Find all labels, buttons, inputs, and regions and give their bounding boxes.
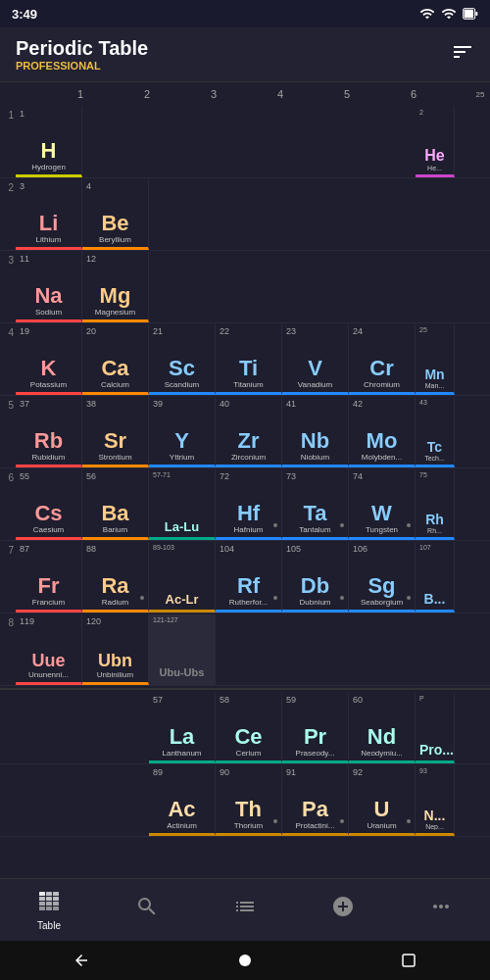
element-Ce[interactable]: 58 Ce Cerium	[216, 693, 282, 763]
element-Li[interactable]: 3 Li Lithium	[16, 179, 82, 250]
element-name: Beryllium	[86, 235, 144, 244]
element-Uue[interactable]: 119 Uue Ununenni...	[16, 614, 82, 685]
element-number: 23	[286, 326, 296, 336]
element-Y[interactable]: 39 Y Yttrium	[149, 397, 216, 467]
element-Ra[interactable]: 88 Ra Radium	[82, 542, 149, 612]
element-symbol: Li	[20, 213, 77, 234]
element-Np[interactable]: 93 N... Nep...	[416, 765, 455, 836]
element-Be[interactable]: 4 Be Beryllium	[82, 179, 149, 250]
svg-point-15	[239, 955, 251, 966]
row-num-5: 5	[0, 396, 16, 411]
element-Sg[interactable]: 106 Sg Seaborgium	[349, 542, 416, 612]
element-symbol: K	[20, 358, 77, 379]
element-symbol: Uue	[20, 652, 77, 669]
element-name: Seaborgium	[353, 598, 411, 607]
element-Sr[interactable]: 38 Sr Strontium	[82, 397, 149, 467]
element-name: Ununenni...	[20, 670, 77, 679]
element-Th[interactable]: 90 Th Thorium	[216, 765, 282, 836]
element-Ac[interactable]: 89 Ac Actinium	[149, 765, 216, 836]
element-name: Actinium	[153, 821, 211, 830]
element-name: Zirconium	[220, 453, 277, 462]
nav-search[interactable]	[123, 891, 171, 929]
element-Cr[interactable]: 24 Cr Chromium	[349, 324, 416, 395]
element-symbol: Sr	[86, 430, 144, 452]
element-name: Sodium	[20, 308, 77, 317]
element-Bh[interactable]: 107 B...	[416, 542, 455, 612]
element-Tc[interactable]: 43 Tc Tech...	[416, 397, 455, 467]
element-name: Man...	[419, 382, 450, 389]
element-K[interactable]: 19 K Potassium	[16, 324, 82, 395]
element-Hf[interactable]: 72 Hf Hafnium	[216, 469, 282, 540]
empty-2-4	[216, 179, 282, 250]
element-H[interactable]: 1 H Hydrogen	[16, 107, 82, 177]
element-Mn[interactable]: 25 Mn Man...	[416, 324, 455, 395]
period-row-4: 4 19 K Potassium 20 Ca Calcium 21 Sc Sca…	[0, 323, 490, 396]
element-number: 89-103	[153, 544, 174, 551]
back-button[interactable]	[70, 949, 93, 972]
element-number: 4	[86, 181, 91, 191]
element-symbol: Sg	[353, 575, 411, 597]
element-name: Magnesium	[86, 308, 144, 317]
element-Cs[interactable]: 55 Cs Caesium	[16, 469, 82, 540]
element-Zr[interactable]: 40 Zr Zirconium	[216, 397, 282, 467]
periodic-table-area: 1 2 3 4 5 6 25 1 1 H Hydrogen	[0, 82, 490, 878]
element-Ba[interactable]: 56 Ba Barium	[82, 469, 149, 540]
element-name: Tantalum	[286, 525, 344, 534]
col-header-1: 1	[47, 88, 114, 100]
home-button[interactable]	[233, 949, 257, 972]
element-symbol: N...	[419, 808, 450, 822]
element-LaLu[interactable]: 57-71 La-Lu	[149, 469, 216, 540]
element-symbol: Rf	[220, 575, 277, 597]
element-name: Neodymiu...	[353, 749, 411, 758]
separator	[0, 688, 490, 690]
element-Re[interactable]: 75 Rh Rh...	[416, 469, 455, 540]
element-Mg[interactable]: 12 Mg Magnesium	[82, 252, 149, 322]
element-Rb[interactable]: 37 Rb Rubidium	[16, 397, 82, 467]
element-Ta[interactable]: 73 Ta Tantalum	[282, 469, 349, 540]
element-V[interactable]: 23 V Vanadium	[282, 324, 349, 395]
element-number: 3	[20, 181, 24, 191]
nav-table[interactable]: Table	[25, 886, 73, 935]
svg-rect-14	[53, 906, 59, 910]
element-name: Cerium	[220, 749, 277, 758]
element-Mo[interactable]: 42 Mo Molybden...	[349, 397, 416, 467]
svg-rect-6	[39, 897, 45, 901]
element-Pa[interactable]: 91 Pa Protactini...	[282, 765, 349, 836]
nav-more[interactable]	[417, 891, 465, 929]
element-name: Molybden...	[353, 453, 411, 462]
element-Sc[interactable]: 21 Sc Scandium	[149, 324, 216, 395]
element-Ca[interactable]: 20 Ca Calcium	[82, 324, 149, 395]
act-empty-1	[16, 765, 82, 836]
nav-add[interactable]	[319, 891, 367, 929]
element-Pr[interactable]: 59 Pr Praseody...	[282, 693, 349, 763]
nav-list[interactable]	[221, 891, 269, 929]
element-name: Titanium	[220, 380, 277, 389]
element-He[interactable]: 2 He He...	[416, 107, 455, 177]
element-name: Rutherfor...	[220, 598, 277, 607]
status-bar: 3:49	[0, 0, 490, 27]
element-number: 60	[353, 695, 363, 705]
element-number: 106	[353, 544, 368, 554]
element-U[interactable]: 92 U Uranium	[349, 765, 416, 836]
element-symbol: Zr	[220, 430, 277, 452]
element-Ti[interactable]: 22 Ti Titanium	[216, 324, 282, 395]
element-Db[interactable]: 105 Db Dubnium	[282, 542, 349, 612]
filter-button[interactable]	[451, 40, 474, 69]
element-La[interactable]: 57 La Lanthanum	[149, 693, 216, 763]
element-Rf[interactable]: 104 Rf Rutherfor...	[216, 542, 282, 612]
recents-button[interactable]	[397, 949, 420, 972]
element-symbol: Hf	[220, 503, 277, 524]
element-Nd[interactable]: 60 Nd Neodymiu...	[349, 693, 416, 763]
column-headers: 1 2 3 4 5 6 25	[0, 82, 490, 106]
element-AcLr[interactable]: 89-103 Ac-Lr	[149, 542, 216, 612]
element-name: Tech...	[419, 455, 450, 462]
element-Pm[interactable]: P Pro...	[416, 693, 455, 763]
element-number: 37	[20, 399, 29, 409]
element-W[interactable]: 74 W Tungsten	[349, 469, 416, 540]
element-Fr[interactable]: 87 Fr Francium	[16, 542, 82, 612]
element-symbol: Ra	[86, 575, 144, 597]
element-Na[interactable]: 11 Na Sodium	[16, 252, 82, 322]
element-Ubn[interactable]: 120 Ubn Unbinilium	[82, 614, 149, 685]
element-Nb[interactable]: 41 Nb Niobium	[282, 397, 349, 467]
element-name: Yttrium	[153, 453, 211, 462]
